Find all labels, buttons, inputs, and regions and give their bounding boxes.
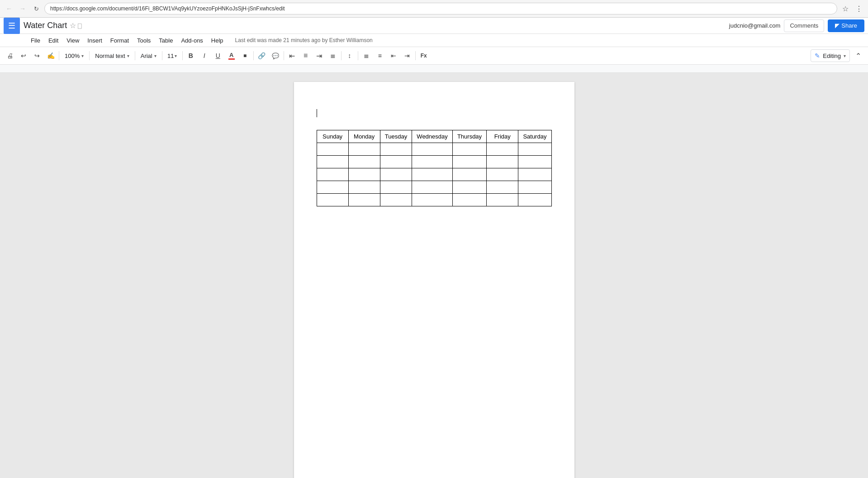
font-color-button[interactable]: A — [225, 49, 238, 62]
table-cell[interactable] — [380, 143, 412, 156]
numbered-list-button[interactable]: ≣ — [360, 49, 373, 62]
table-row[interactable] — [317, 181, 551, 194]
table-cell[interactable] — [317, 143, 348, 156]
table-cell[interactable] — [518, 194, 551, 206]
back-button[interactable]: ← — [4, 3, 14, 14]
font-color-bar — [228, 58, 235, 60]
table-row[interactable] — [317, 156, 551, 168]
table-cell[interactable] — [412, 143, 453, 156]
font-dropdown[interactable]: Arial ▾ — [137, 49, 160, 62]
align-left-button[interactable]: ⇤ — [286, 49, 299, 62]
browser-menu-button[interactable]: ⋮ — [854, 3, 864, 14]
table-cell[interactable] — [518, 168, 551, 181]
italic-button[interactable]: I — [198, 49, 211, 62]
document-area[interactable]: Sunday Monday Tuesday Wednesday Thursday… — [0, 73, 868, 478]
menu-view[interactable]: View — [63, 35, 83, 46]
table-cell[interactable] — [380, 168, 412, 181]
zoom-dropdown[interactable]: 100% ▾ — [61, 49, 87, 62]
document-page[interactable]: Sunday Monday Tuesday Wednesday Thursday… — [294, 82, 574, 478]
menu-file[interactable]: File — [27, 35, 44, 46]
share-button[interactable]: ◤ Share — [828, 19, 864, 32]
table-cell[interactable] — [452, 168, 486, 181]
menu-addons[interactable]: Add-ons — [177, 35, 206, 46]
table-cell[interactable] — [518, 156, 551, 168]
table-cell[interactable] — [518, 143, 551, 156]
table-cell[interactable] — [348, 168, 380, 181]
align-justify-button[interactable]: ≣ — [327, 49, 339, 62]
align-right-button[interactable]: ⇥ — [313, 49, 326, 62]
menu-help[interactable]: Help — [208, 35, 227, 46]
decrease-indent-button[interactable]: ⇤ — [387, 49, 400, 62]
format-paint-button[interactable]: ✍ — [44, 49, 57, 62]
table-cell[interactable] — [452, 156, 486, 168]
underline-button[interactable]: U — [212, 49, 224, 62]
table-cell[interactable] — [348, 181, 380, 194]
redo-icon: ↪ — [34, 52, 40, 59]
separator-8 — [341, 51, 342, 60]
refresh-button[interactable]: ↻ — [31, 3, 42, 14]
forward-button[interactable]: → — [17, 3, 28, 14]
title-move-button[interactable]: ⎕ — [78, 22, 81, 29]
table-row[interactable] — [317, 143, 551, 156]
clear-formatting-button[interactable]: Fx — [417, 49, 430, 62]
insert-link-button[interactable]: 🔗 — [256, 49, 268, 62]
format-paint-icon: ✍ — [47, 52, 55, 59]
separator-10 — [415, 51, 416, 60]
table-row[interactable] — [317, 168, 551, 181]
font-size-dropdown[interactable]: 11 ▾ — [164, 49, 180, 62]
table-cell[interactable] — [380, 194, 412, 206]
table-row[interactable] — [317, 194, 551, 206]
table-cell[interactable] — [412, 156, 453, 168]
table-cell[interactable] — [452, 143, 486, 156]
title-star-button[interactable]: ☆ — [70, 21, 76, 30]
app-header: ☰ Water Chart ☆ ⎕ judcnio@gmail.com Comm… — [0, 18, 868, 34]
table-cell[interactable] — [452, 181, 486, 194]
table-cell[interactable] — [487, 181, 518, 194]
table-cell[interactable] — [412, 194, 453, 206]
increase-indent-button[interactable]: ⇥ — [401, 49, 413, 62]
comments-button[interactable]: Comments — [784, 19, 824, 32]
ruler — [0, 65, 868, 73]
table-cell[interactable] — [317, 194, 348, 206]
col-friday: Friday — [487, 130, 518, 143]
print-button[interactable]: 🖨 — [4, 49, 16, 62]
editing-mode-dropdown[interactable]: ✎ Editing ▾ — [811, 49, 850, 62]
bulleted-list-button[interactable]: ≡ — [374, 49, 386, 62]
table-cell[interactable] — [317, 156, 348, 168]
table-cell[interactable] — [487, 194, 518, 206]
table-cell[interactable] — [317, 168, 348, 181]
redo-button[interactable]: ↪ — [31, 49, 43, 62]
paragraph-style-label: Normal text — [95, 53, 125, 59]
line-spacing-button[interactable]: ↕ — [343, 49, 356, 62]
table-cell[interactable] — [487, 168, 518, 181]
collapse-toolbar-button[interactable]: ⌃ — [852, 49, 864, 62]
bold-button[interactable]: B — [185, 49, 197, 62]
menu-tools[interactable]: Tools — [133, 35, 154, 46]
link-icon: 🔗 — [258, 52, 266, 59]
paragraph-style-dropdown[interactable]: Normal text ▾ — [91, 49, 133, 62]
table-cell[interactable] — [380, 156, 412, 168]
table-cell[interactable] — [348, 143, 380, 156]
table-cell[interactable] — [518, 181, 551, 194]
align-center-button[interactable]: ≡ — [299, 49, 312, 62]
address-bar[interactable] — [44, 3, 837, 14]
table-cell[interactable] — [380, 181, 412, 194]
table-cell[interactable] — [487, 143, 518, 156]
insert-comment-button[interactable]: 💬 — [269, 49, 282, 62]
water-chart-table[interactable]: Sunday Monday Tuesday Wednesday Thursday… — [317, 130, 552, 206]
table-cell[interactable] — [487, 156, 518, 168]
hamburger-menu[interactable]: ☰ — [4, 18, 20, 34]
undo-button[interactable]: ↩ — [17, 49, 30, 62]
menu-format[interactable]: Format — [107, 35, 133, 46]
highlight-color-button[interactable]: ■ — [239, 49, 251, 62]
menu-insert[interactable]: Insert — [84, 35, 106, 46]
table-cell[interactable] — [452, 194, 486, 206]
table-cell[interactable] — [317, 181, 348, 194]
menu-table[interactable]: Table — [155, 35, 176, 46]
bookmark-star-button[interactable]: ☆ — [840, 3, 851, 14]
table-cell[interactable] — [348, 194, 380, 206]
table-cell[interactable] — [412, 181, 453, 194]
table-cell[interactable] — [348, 156, 380, 168]
menu-edit[interactable]: Edit — [45, 35, 62, 46]
table-cell[interactable] — [412, 168, 453, 181]
